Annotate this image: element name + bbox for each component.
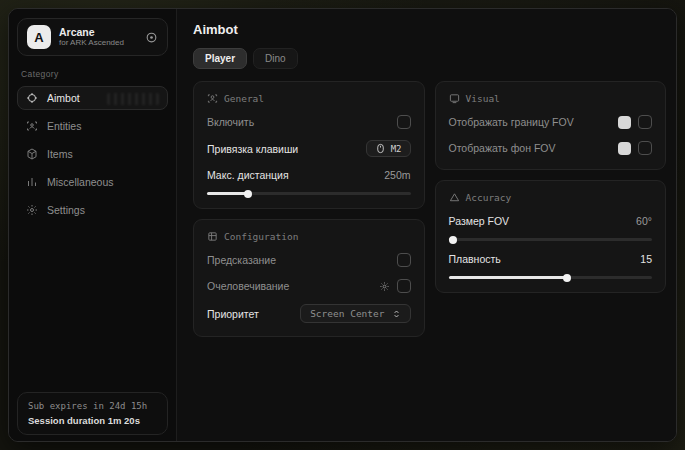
page-title: Aimbot <box>193 22 666 37</box>
fov-size-label: Размер FOV <box>449 215 510 227</box>
app-title: Arcane <box>59 26 124 38</box>
humanization-checkbox[interactable] <box>397 279 411 293</box>
app-subtitle: for ARK Ascended <box>59 38 124 47</box>
visual-card: Visual Отображать границу FOV Отображать… <box>435 81 667 170</box>
enable-checkbox[interactable] <box>397 115 411 129</box>
sub-expires-text: Sub expires in 24d 15h <box>28 401 157 411</box>
sidebar-item-label: Aimbot <box>47 92 80 104</box>
chevron-up-down-icon <box>392 309 401 319</box>
prediction-label: Предсказание <box>207 254 276 266</box>
sidebar-nav: Aimbot Entities Items <box>17 86 168 222</box>
bars-icon <box>26 176 38 188</box>
tab-dino[interactable]: Dino <box>253 48 298 69</box>
sidebar-item-entities[interactable]: Entities <box>17 114 168 138</box>
arcane-logo: A <box>27 25 51 49</box>
sidebar-item-miscellaneous[interactable]: Miscellaneous <box>17 170 168 194</box>
fov-border-checkbox[interactable] <box>638 115 652 129</box>
fov-bg-checkbox[interactable] <box>638 141 652 155</box>
configuration-card: Configuration Предсказание Очеловечивани… <box>193 219 425 337</box>
fov-border-color-swatch[interactable] <box>618 116 631 129</box>
humanization-label: Очеловечивание <box>207 280 289 292</box>
sidebar-header: A Arcane for ARK Ascended <box>17 18 168 56</box>
scan-person-icon <box>26 120 38 132</box>
sidebar-item-label: Miscellaneous <box>47 176 114 188</box>
sidebar-item-aimbot[interactable]: Aimbot <box>17 86 168 110</box>
fov-size-value: 60° <box>636 215 652 227</box>
section-title: Visual <box>466 93 500 104</box>
section-title: Accuracy <box>466 192 512 203</box>
sidebar-item-settings[interactable]: Settings <box>17 198 168 222</box>
category-label: Category <box>21 69 164 79</box>
person-target-icon <box>207 93 218 104</box>
tab-player[interactable]: Player <box>193 48 247 69</box>
sidebar-item-label: Settings <box>47 204 85 216</box>
distance-slider[interactable] <box>207 192 411 195</box>
arcane-menu-window: A Arcane for ARK Ascended Category Aimbo… <box>8 8 677 442</box>
accuracy-card: Accuracy Размер FOV 60° Плавность 15 <box>435 180 667 293</box>
humanization-settings-icon[interactable] <box>379 281 390 292</box>
sidebar-item-label: Items <box>47 148 73 160</box>
tab-bar: Player Dino <box>193 48 666 69</box>
gear-icon <box>26 204 38 216</box>
section-title: Configuration <box>224 231 298 242</box>
enable-label: Включить <box>207 116 254 128</box>
cube-icon <box>26 148 38 160</box>
fov-bg-label: Отображать фон FOV <box>449 142 556 154</box>
sidebar-item-items[interactable]: Items <box>17 142 168 166</box>
priority-dropdown[interactable]: Screen Center <box>300 304 410 323</box>
smoothness-slider[interactable] <box>449 276 653 279</box>
session-duration-text: Session duration 1m 20s <box>28 415 157 426</box>
keybind-label: Привязка клавиши <box>207 143 298 155</box>
priority-label: Приоритет <box>207 308 259 320</box>
section-title: General <box>224 93 264 104</box>
fov-bg-color-swatch[interactable] <box>618 142 631 155</box>
box-icon <box>207 231 218 242</box>
active-item-watermark <box>107 93 159 105</box>
fov-border-label: Отображать границу FOV <box>449 116 574 128</box>
smoothness-value: 15 <box>640 253 652 265</box>
eye-icon <box>449 93 460 104</box>
triangle-icon <box>449 192 460 203</box>
crosshair-icon <box>26 92 38 104</box>
mouse-icon <box>375 143 386 154</box>
smoothness-label: Плавность <box>449 253 501 265</box>
prediction-checkbox[interactable] <box>397 253 411 267</box>
keybind-button[interactable]: M2 <box>366 140 411 157</box>
distance-value: 250m <box>384 169 410 181</box>
target-icon[interactable] <box>145 31 158 44</box>
fov-size-slider[interactable] <box>449 238 653 241</box>
sidebar-item-label: Entities <box>47 120 81 132</box>
main-panel: Aimbot Player Dino General <box>177 9 676 441</box>
distance-label: Макс. дистанция <box>207 169 289 181</box>
general-card: General Включить Привязка клавиши <box>193 81 425 209</box>
sidebar: A Arcane for ARK Ascended Category Aimbo… <box>9 9 177 441</box>
subscription-info: Sub expires in 24d 15h Session duration … <box>17 392 168 435</box>
